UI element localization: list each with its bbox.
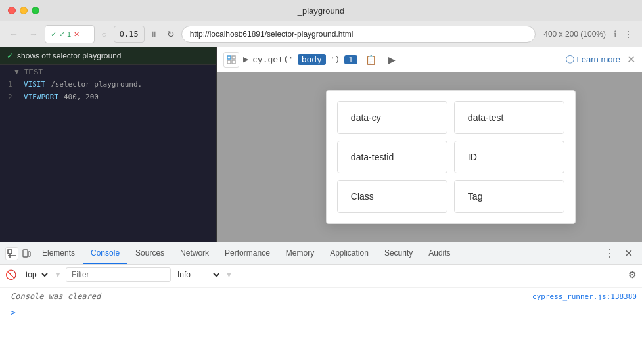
- svg-rect-1: [232, 56, 235, 59]
- devtools-tab-application[interactable]: Application: [322, 242, 377, 264]
- back-button[interactable]: ←: [5, 26, 22, 42]
- btn-data-cy[interactable]: data-cy: [337, 101, 447, 134]
- btn-tag[interactable]: Tag: [454, 180, 564, 213]
- context-select[interactable]: top: [20, 268, 50, 281]
- devtools-tab-security[interactable]: Security: [377, 242, 421, 264]
- stop-button[interactable]: ○: [97, 26, 110, 42]
- context-arrow: ▼: [54, 270, 62, 279]
- cy-copy-button[interactable]: 📋: [361, 53, 380, 66]
- forward-button[interactable]: →: [25, 26, 42, 42]
- inspect-element-button[interactable]: [5, 247, 18, 260]
- filter-input[interactable]: [66, 267, 171, 282]
- command-row: 1VISIT/selector-playground.: [0, 78, 216, 91]
- cmd-number: 2: [8, 93, 18, 101]
- learn-more-link[interactable]: ⓘ Learn more: [566, 54, 620, 66]
- close-traffic-light[interactable]: [8, 7, 16, 14]
- svg-rect-7: [23, 250, 28, 257]
- level-arrow: ▼: [225, 271, 233, 279]
- cypress-selector-icon[interactable]: [223, 52, 239, 68]
- console-settings-button[interactable]: ⚙: [628, 269, 637, 280]
- viewport-info: 400 x 200 (100%): [538, 30, 611, 39]
- btn-data-test[interactable]: data-test: [454, 101, 564, 134]
- collapse-arrow[interactable]: ▼: [13, 68, 20, 76]
- test-pass-indicator: ✓: [51, 30, 57, 39]
- info-icon[interactable]: ℹ: [614, 29, 617, 39]
- cmd-args: /selector-playground.: [51, 80, 142, 89]
- test-check-icon: ✓: [7, 51, 13, 60]
- cy-code-suffix: '): [330, 55, 340, 64]
- fail-count: ✕ —: [74, 30, 89, 39]
- cy-run-button[interactable]: ▶: [384, 53, 400, 66]
- close-cypress-toolbar[interactable]: ✕: [627, 53, 635, 66]
- selector-popup: data-cydata-testdata-testidIDClassTag: [326, 90, 576, 224]
- devtools-tab-elements[interactable]: Elements: [34, 242, 83, 264]
- console-output: Console was cleared cypress_runner.js:13…: [0, 284, 642, 364]
- console-cleared-message: Console was cleared: [5, 289, 106, 304]
- cmd-args: 400, 200: [64, 93, 99, 101]
- devtools-tab-sources[interactable]: Sources: [127, 242, 172, 264]
- svg-rect-4: [8, 250, 12, 254]
- btn-class[interactable]: Class: [337, 180, 447, 213]
- browser-title: _playground: [298, 6, 345, 16]
- cy-body-tag[interactable]: body: [298, 54, 326, 65]
- devtools-tab-memory[interactable]: Memory: [278, 242, 322, 264]
- timer-display: 0.15: [120, 30, 139, 39]
- devtools-close-button[interactable]: ✕: [620, 246, 637, 261]
- settings-nav-button[interactable]: ⋮: [620, 26, 637, 42]
- cmd-number: 1: [8, 80, 18, 89]
- test-name: shows off selector playground: [17, 51, 122, 60]
- pass-count: ✓ 1: [59, 30, 71, 39]
- btn-id[interactable]: ID: [454, 141, 564, 173]
- clear-console-button[interactable]: 🚫: [5, 269, 16, 280]
- cmd-name: VISIT: [24, 80, 45, 89]
- devtools-more-button[interactable]: ⋮: [601, 246, 619, 261]
- console-prompt[interactable]: >: [5, 305, 21, 320]
- svg-rect-8: [28, 252, 30, 256]
- reload-button[interactable]: ↻: [163, 26, 179, 42]
- svg-rect-0: [227, 56, 231, 59]
- btn-data-testid[interactable]: data-testid: [337, 141, 447, 173]
- minimize-traffic-light[interactable]: [20, 7, 28, 14]
- devtools-tab-console[interactable]: Console: [83, 242, 127, 264]
- devtools-tab-network[interactable]: Network: [172, 242, 217, 264]
- devtools-tab-audits[interactable]: Audits: [421, 242, 458, 264]
- svg-rect-2: [227, 60, 231, 64]
- test-suite-label: TEST: [24, 68, 43, 76]
- svg-rect-3: [232, 60, 235, 64]
- maximize-traffic-light[interactable]: [32, 7, 39, 14]
- cy-code-prefix: cy.get(': [252, 55, 294, 64]
- address-bar[interactable]: [181, 26, 536, 43]
- cmd-name: VIEWPORT: [24, 93, 58, 101]
- log-level-select[interactable]: Info Verbose Warnings Errors: [175, 269, 221, 280]
- console-filepath[interactable]: cypress_runner.js:138380: [532, 292, 637, 301]
- cy-match-count: 1: [344, 55, 358, 64]
- pause-icon: ⏸: [150, 30, 158, 39]
- devtools-tab-performance[interactable]: Performance: [217, 242, 278, 264]
- device-emulation-button[interactable]: [20, 247, 33, 260]
- cy-dropdown-arrow[interactable]: ▶: [243, 55, 248, 64]
- command-row: 2VIEWPORT400, 200: [0, 91, 216, 103]
